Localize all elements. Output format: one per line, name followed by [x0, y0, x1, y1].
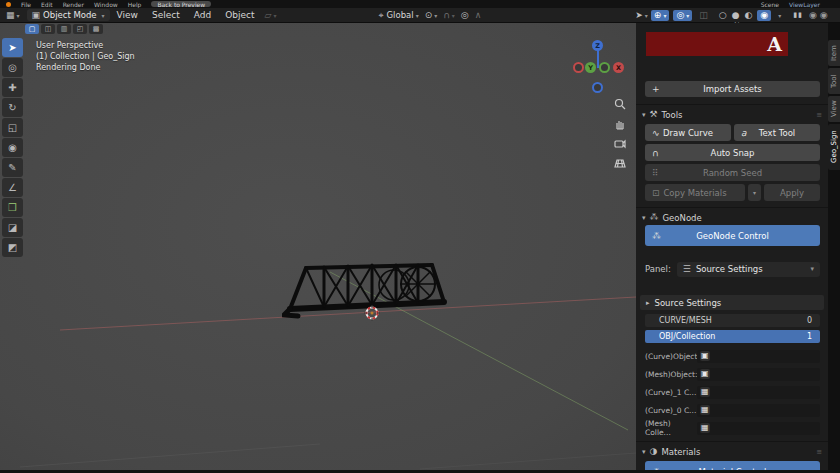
panel-dropdown[interactable]: ☰ Source Settings ▾ — [677, 262, 820, 277]
pan-button[interactable] — [612, 116, 628, 132]
auto-snap-button[interactable]: ∩ Auto Snap — [645, 144, 820, 161]
text-tool-button[interactable]: a Text Tool — [734, 124, 820, 141]
show-object-types-dropdown[interactable]: ➤ ▾ — [632, 10, 651, 21]
source-settings-subpanel-header[interactable]: ▸ Source Settings — [640, 295, 824, 310]
transfer-mode-button[interactable]: ▱ ▾ — [261, 10, 279, 21]
proportional-icon: ◎ — [461, 11, 469, 20]
menu-select[interactable]: Select — [145, 10, 187, 20]
chevron-down-icon: ▾ — [642, 111, 646, 119]
gizmo-z-axis[interactable]: Z — [592, 40, 603, 51]
select-tweak-mode[interactable]: ▢ — [25, 24, 39, 34]
curve1-collection-field[interactable]: ▦ — [697, 386, 820, 399]
extra-tool-1[interactable]: ◪ — [2, 218, 23, 237]
rendered-shading-icon[interactable]: ◉ — [757, 10, 771, 21]
pivot-dropdown[interactable]: ⊙ ▾ — [422, 10, 441, 21]
menu-render[interactable]: Render — [63, 1, 84, 8]
annotate-tool[interactable]: ✎ — [2, 158, 23, 177]
scene-selector[interactable]: Scene — [761, 1, 779, 8]
menu-object[interactable]: Object — [218, 10, 261, 20]
obj-collection-slider[interactable]: OBJ/Collection 1 — [645, 330, 820, 343]
gizmo-minus-x-axis[interactable] — [573, 62, 584, 73]
tab-tool[interactable]: Tool — [828, 68, 840, 94]
viewlayer-selector[interactable]: ViewLayer — [789, 1, 820, 8]
solid-shading-icon[interactable]: ● — [732, 11, 740, 20]
drag-handle-icon[interactable]: ≡ — [816, 448, 822, 456]
blender-logo[interactable] — [6, 2, 11, 7]
copy-materials-button[interactable]: ⊡ Copy Materials — [645, 184, 745, 201]
material-preview-icon[interactable]: ◐ — [745, 11, 753, 20]
editor-type-button[interactable]: ▦ ▾ — [3, 10, 23, 21]
scale-tool[interactable]: ◱ — [2, 118, 23, 137]
materials-section-header[interactable]: ▾ ◑ Materials ≡ — [639, 445, 825, 458]
xray-toggle[interactable]: ◫ — [696, 10, 711, 21]
transform-tool[interactable]: ◉ — [2, 138, 23, 157]
back-to-preview-button[interactable]: Back to Preview — [151, 1, 211, 7]
copy-materials-dropdown[interactable]: ▾ — [748, 184, 761, 201]
proportional-falloff-dropdown[interactable]: ∧ — [472, 10, 485, 21]
measure-tool[interactable]: ∠ — [2, 178, 23, 197]
gizmo-x-axis[interactable]: X — [613, 62, 624, 73]
pause-icon[interactable]: ▮▮ — [793, 12, 803, 19]
random-seed-button[interactable]: ⠿ Random Seed — [645, 164, 820, 181]
nodes-icon: ⁂ — [650, 213, 659, 222]
overlays-dropdown[interactable]: ◎ ▾ — [673, 10, 692, 21]
move-tool[interactable]: ✚ — [2, 78, 23, 97]
cursor-tool[interactable]: ◎ — [2, 58, 23, 77]
perspective-toggle-button[interactable] — [612, 155, 628, 171]
gizmo-minus-y-axis[interactable] — [599, 62, 610, 73]
menu-edit[interactable]: Edit — [41, 1, 53, 8]
geonode-section-header[interactable]: ▾ ⁂ GeoNode — [639, 211, 825, 224]
transfer-mode-icon: ▱ — [264, 11, 271, 20]
3d-cursor — [364, 305, 380, 321]
orientation-dropdown[interactable]: ⌖ Global ▾ — [375, 9, 421, 21]
rotate-tool[interactable]: ↻ — [2, 98, 23, 117]
gizmo-y-axis[interactable]: Y — [585, 62, 596, 73]
camera-view-button[interactable] — [612, 136, 628, 152]
mesh-collection-field[interactable]: ▦ — [697, 422, 820, 435]
mesh-object-field[interactable]: ▣ — [697, 368, 820, 381]
select-box-tool[interactable]: ➤ — [2, 38, 23, 57]
record-dot-icon[interactable]: ◉ — [809, 11, 817, 20]
select-box-mode[interactable]: ◫ — [41, 24, 55, 34]
curve-object-label: (Curve)Object: — [645, 352, 697, 361]
drag-handle-icon[interactable]: ≡ — [816, 111, 822, 119]
select-circle-mode[interactable]: ▥ — [57, 24, 71, 34]
curve0-collection-label: (Curve)_0 C... — [645, 406, 697, 415]
add-cube-tool[interactable]: ❒ — [2, 198, 23, 217]
chevron-right-icon: ▸ — [646, 299, 650, 307]
tab-view[interactable]: View — [828, 96, 840, 122]
gizmo-minus-z-axis[interactable] — [592, 82, 603, 93]
collection-icon: ▦ — [700, 405, 710, 415]
record-dot-icon-2[interactable]: ◉ — [820, 11, 828, 20]
curve-object-field[interactable]: ▣ — [697, 350, 820, 363]
viewport-canvas[interactable] — [0, 23, 636, 470]
tools-section-header[interactable]: ▾ ⚒ Tools ≡ — [639, 108, 825, 121]
gizmos-dropdown[interactable]: ⊕ ▾ — [651, 10, 670, 21]
wireframe-shading-icon[interactable]: ○ — [719, 11, 727, 20]
proportional-edit-toggle[interactable]: ◎ — [458, 10, 472, 21]
extra-tool-2[interactable]: ◩ — [2, 238, 23, 257]
geonode-control-button[interactable]: ⁂ GeoNode Control — [645, 225, 820, 246]
apply-button[interactable]: Apply — [764, 184, 820, 201]
menu-view[interactable]: View — [110, 10, 145, 20]
select-lasso-mode[interactable]: ◰ — [73, 24, 87, 34]
select-mode-group: ▢ ◫ ▥ ◰ ▩ — [25, 24, 103, 34]
zoom-button[interactable] — [612, 96, 628, 112]
import-assets-button[interactable]: + Import Assets — [645, 81, 820, 97]
select-paint-mode[interactable]: ▩ — [89, 24, 103, 34]
draw-curve-button[interactable]: ∿ Draw Curve — [645, 124, 731, 141]
source-settings-label: Source Settings — [655, 298, 722, 308]
menu-window[interactable]: Window — [94, 1, 118, 8]
draw-curve-label: Draw Curve — [663, 128, 713, 138]
chevron-down-icon[interactable]: ▾ — [778, 12, 781, 19]
mode-dropdown[interactable]: ▣ Object Mode ▾ — [27, 9, 110, 21]
snap-toggle[interactable]: ∩ ▾ — [440, 10, 458, 21]
curve0-collection-field[interactable]: ▦ — [697, 404, 820, 417]
tab-geo-sign[interactable]: Geo_Sign — [828, 124, 840, 170]
curve-mesh-value: 0 — [807, 316, 812, 325]
menu-file[interactable]: File — [21, 1, 31, 8]
menu-add[interactable]: Add — [187, 10, 218, 20]
menu-help[interactable]: Help — [128, 1, 142, 8]
tab-item[interactable]: Item — [828, 40, 840, 66]
curve-mesh-slider[interactable]: CURVE/MESH 0 — [645, 314, 820, 327]
